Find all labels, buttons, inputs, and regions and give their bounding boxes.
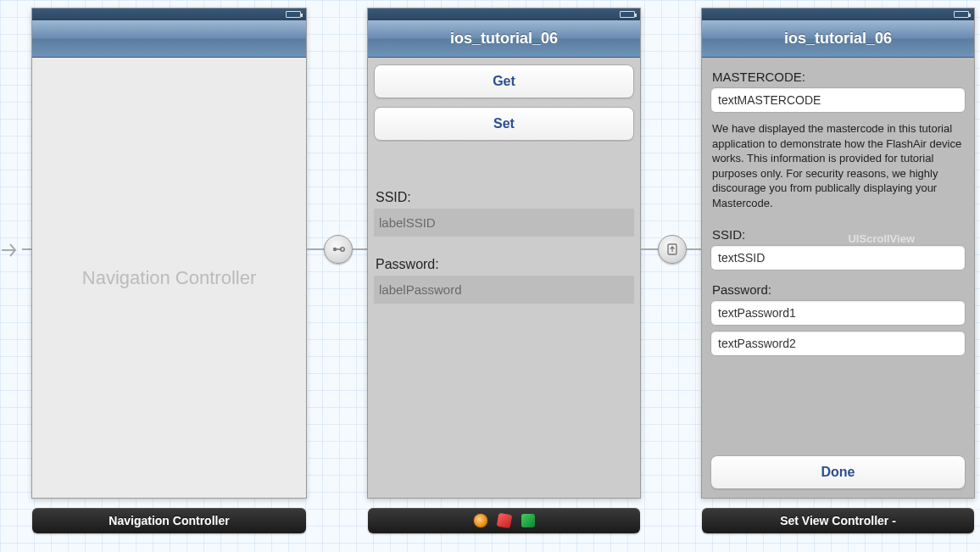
status-bar (702, 8, 974, 20)
password2-input[interactable] (710, 331, 966, 356)
svg-point-0 (333, 248, 337, 251)
segue-line (353, 248, 367, 250)
set-button-label: Set (493, 116, 515, 131)
password-value-label: labelPassword (374, 276, 634, 304)
mastercode-input[interactable] (710, 87, 966, 113)
scene-set-view-controller[interactable]: ios_tutorial_06 MASTERCODE: We have disp… (701, 8, 975, 499)
view-controller-icon[interactable] (496, 513, 512, 529)
scene-dock[interactable]: Navigation Controller (32, 508, 306, 533)
scene-dock[interactable]: Set View Controller - (702, 508, 974, 533)
segue-root-relationship[interactable] (324, 235, 353, 264)
relationship-icon (331, 242, 346, 257)
exit-icon[interactable] (521, 514, 535, 527)
nav-title: ios_tutorial_06 (450, 30, 558, 47)
done-button[interactable]: Done (710, 455, 966, 489)
nav-controller-placeholder: Navigation Controller (32, 58, 306, 498)
segue-line (307, 248, 324, 250)
scene-get-view-controller[interactable]: ios_tutorial_06 Get Set SSID: labelSSID … (367, 8, 641, 499)
mastercode-label: MASTERCODE: (710, 64, 966, 87)
scene-dock-label: Navigation Controller (109, 514, 229, 527)
nav-bar: ios_tutorial_06 (368, 20, 640, 58)
battery-icon (620, 11, 635, 18)
password-label: Password: (374, 252, 634, 276)
segue-push[interactable] (658, 235, 687, 264)
first-responder-icon[interactable] (474, 514, 487, 527)
mastercode-info-text: We have displayed the mastercode in this… (710, 118, 966, 214)
push-segue-icon (665, 242, 680, 257)
ssid-label: SSID: (374, 185, 634, 209)
segue-line (22, 248, 31, 250)
status-bar (32, 8, 306, 20)
battery-icon (286, 11, 301, 18)
nav-bar (32, 20, 306, 58)
segue-line (641, 248, 658, 250)
password1-input[interactable] (710, 300, 966, 326)
scene-dock[interactable] (368, 508, 640, 533)
nav-title: ios_tutorial_06 (784, 30, 892, 47)
ssid-label: SSID: (710, 222, 966, 245)
get-button[interactable]: Get (374, 64, 634, 98)
nav-controller-placeholder-text: Navigation Controller (82, 267, 256, 289)
battery-icon (954, 11, 969, 18)
password-label: Password: (710, 277, 966, 300)
status-bar (368, 8, 640, 20)
svg-point-2 (341, 248, 344, 251)
nav-bar: ios_tutorial_06 (702, 20, 974, 58)
storyboard-entry-arrow (0, 239, 22, 261)
set-button[interactable]: Set (374, 107, 634, 141)
ssid-input[interactable] (710, 245, 966, 270)
ssid-value-label: labelSSID (374, 209, 634, 237)
scene-dock-label: Set View Controller - (780, 514, 896, 527)
segue-line (687, 248, 701, 250)
done-button-label: Done (821, 465, 855, 479)
scene-navigation-controller[interactable]: Navigation Controller Navigation Control… (31, 8, 307, 499)
get-button-label: Get (493, 74, 515, 88)
